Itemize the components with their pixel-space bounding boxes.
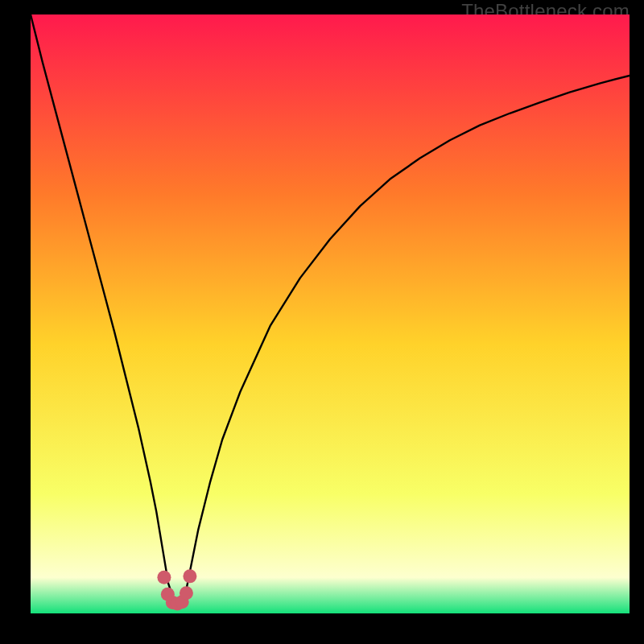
highlight-dot bbox=[180, 586, 193, 600]
highlight-dot bbox=[157, 571, 171, 584]
gradient-background bbox=[31, 14, 630, 613]
highlight-dot bbox=[183, 569, 196, 583]
bottleneck-chart bbox=[31, 14, 630, 613]
chart-stage: TheBottleneck.com bbox=[0, 0, 644, 644]
